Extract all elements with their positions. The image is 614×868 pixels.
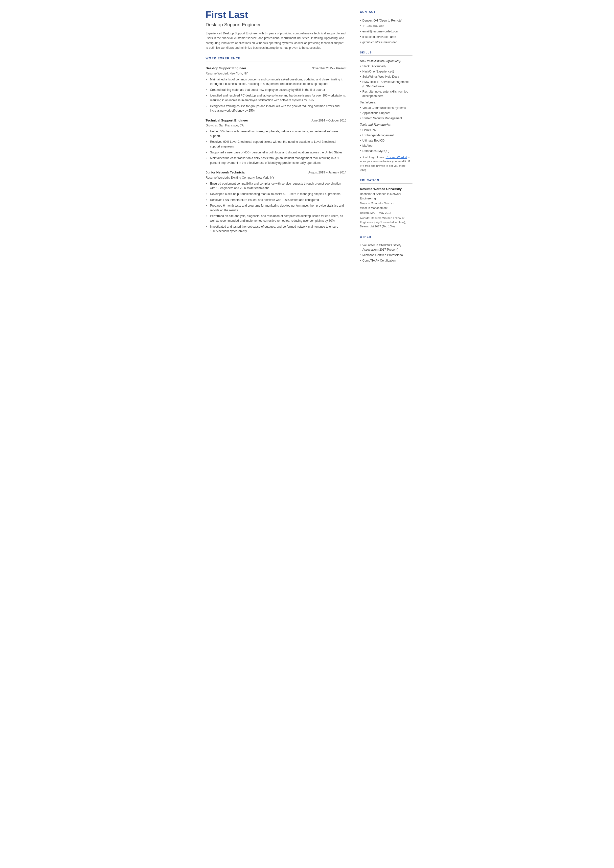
job-2-bullet-3: Supported a user base of 400+ personnel … bbox=[206, 150, 346, 155]
education-header: EDUCATION bbox=[360, 178, 412, 183]
job-2-dates: June 2014 – October 2015 bbox=[311, 118, 346, 123]
job-3-header: Junior Network Technician August 2019 – … bbox=[206, 170, 346, 175]
job-3-bullet-3: Resolved LAN infrastructure issues, and … bbox=[206, 198, 346, 202]
job-1-bullets: Maintained a list of common concerns and… bbox=[206, 77, 346, 113]
job-1-title: Desktop Support Engineer bbox=[206, 66, 246, 71]
contact-github: github.com/resumeworded bbox=[360, 40, 412, 45]
skill-3-2: Exchange Management bbox=[360, 133, 412, 138]
work-experience-header: WORK EXPERIENCE bbox=[206, 56, 346, 62]
edu-school: Resume Worded University bbox=[360, 186, 412, 191]
contact-header: CONTACT bbox=[360, 10, 412, 16]
job-3-bullet-6: Investigated and tested the root cause o… bbox=[206, 224, 346, 234]
job-1-bullet-2: Created training materials that boost ne… bbox=[206, 88, 346, 92]
job-3-bullet-1: Ensured equipment compatibility and comp… bbox=[206, 182, 346, 191]
other-item-2: Microsoft Certified Professional bbox=[360, 253, 412, 257]
job-2-bullet-2: Resolved 90% Level 2 technical support t… bbox=[206, 140, 346, 149]
other-item-1: Volunteer in Children's Safety Associati… bbox=[360, 243, 412, 252]
promo-link[interactable]: Resume Worded bbox=[386, 156, 407, 158]
skill-3-1: Linux/Unix bbox=[360, 128, 412, 132]
skill-3-3: Ultimate BootCD bbox=[360, 138, 412, 143]
other-section: OTHER Volunteer in Children's Safety Ass… bbox=[360, 235, 412, 263]
skill-1-3: SolarWinds Web Help Desk bbox=[360, 75, 412, 79]
skills-cat-3-label: Tools and Frameworks: bbox=[360, 123, 412, 127]
job-2-header: Technical Support Engineer June 2014 – O… bbox=[206, 118, 346, 123]
other-item-3: CompTIA A+ Certification bbox=[360, 258, 412, 263]
job-3-bullet-5: Performed on-site analysis, diagnosis, a… bbox=[206, 214, 346, 223]
edu-awards: Awards: Resume Worded Fellow of Engineer… bbox=[360, 216, 412, 229]
other-header: OTHER bbox=[360, 235, 412, 240]
contact-section: CONTACT Denver, OH (Open to Remote) +1-2… bbox=[360, 10, 412, 45]
candidate-title: Desktop Support Engineer bbox=[206, 21, 346, 28]
job-3: Junior Network Technician August 2019 – … bbox=[206, 170, 346, 233]
job-3-company: Resume Worded's Exciting Company, New Yo… bbox=[206, 175, 346, 180]
job-1-header: Desktop Support Engineer November 2015 –… bbox=[206, 66, 346, 71]
job-3-title: Junior Network Technician bbox=[206, 170, 247, 175]
job-3-bullet-2: Developed a self-help troubleshooting ma… bbox=[206, 192, 346, 196]
job-3-dates: August 2019 – January 2014 bbox=[309, 170, 346, 175]
job-3-bullet-4: Prepared 6-month tests and programs for … bbox=[206, 203, 346, 213]
job-2-title: Technical Support Engineer bbox=[206, 118, 248, 123]
contact-location: Denver, OH (Open to Remote) bbox=[360, 18, 412, 23]
skills-header: SKILLS bbox=[360, 50, 412, 56]
skills-section: SKILLS Data Visualization/Engineering: S… bbox=[360, 50, 412, 172]
skill-1-1: Slack (Advanced) bbox=[360, 64, 412, 68]
skill-3-4: McAfee bbox=[360, 143, 412, 148]
edu-major: Major in Computer Science bbox=[360, 201, 412, 205]
skill-2-2: Applications Support bbox=[360, 111, 412, 115]
job-2-bullet-1: Helped 50 clients with general hardware,… bbox=[206, 129, 346, 138]
candidate-name: First Last bbox=[206, 10, 346, 20]
job-2-bullet-4: Maintained the case tracker on a daily b… bbox=[206, 156, 346, 165]
summary-text: Experienced Desktop Support Engineer wit… bbox=[206, 31, 346, 50]
job-3-bullets: Ensured equipment compatibility and comp… bbox=[206, 182, 346, 234]
left-column: First Last Desktop Support Engineer Expe… bbox=[196, 0, 354, 279]
right-column: CONTACT Denver, OH (Open to Remote) +1-2… bbox=[354, 0, 419, 279]
contact-phone: +1-234-456-789 bbox=[360, 24, 412, 28]
job-1-dates: November 2015 – Present bbox=[312, 66, 346, 70]
contact-email: email@resumeworded.com bbox=[360, 29, 412, 34]
contact-linkedin: linkedin.com/in/username bbox=[360, 35, 412, 39]
job-1-bullet-3: identified and resolved PC desktop and l… bbox=[206, 93, 346, 102]
skills-cat-2-label: Techniques: bbox=[360, 100, 412, 105]
education-section: EDUCATION Resume Worded University Bache… bbox=[360, 178, 412, 229]
skill-1-2: NinjaOne (Experienced) bbox=[360, 69, 412, 74]
skill-2-1: Virtual Communications Systems bbox=[360, 106, 412, 110]
skill-3-5: Databases (MySQL) bbox=[360, 149, 412, 153]
resume-page: First Last Desktop Support Engineer Expe… bbox=[196, 0, 419, 279]
skill-2-3: System Security Management bbox=[360, 116, 412, 121]
job-1: Desktop Support Engineer November 2015 –… bbox=[206, 66, 346, 113]
skill-1-5: Recruiter note: enter skills from job de… bbox=[360, 89, 412, 98]
job-1-bullet-4: Designed a training course for groups an… bbox=[206, 104, 346, 113]
edu-minor: Minor in Management bbox=[360, 206, 412, 210]
job-1-company: Resume Worded, New York, NY bbox=[206, 71, 346, 76]
skill-1-4: BMC Helix IT Service Management (ITSM) S… bbox=[360, 80, 412, 89]
job-1-bullet-1: Maintained a list of common concerns and… bbox=[206, 77, 346, 86]
job-2-bullets: Helped 50 clients with general hardware,… bbox=[206, 129, 346, 165]
promo-note: • Don't forget to use Resume Worded to s… bbox=[360, 155, 412, 172]
edu-location-date: Boston, MA — May 2018 bbox=[360, 211, 412, 215]
skills-cat-1-label: Data Visualization/Engineering: bbox=[360, 59, 412, 63]
job-2-company: Growthsi, San Francisco, CA bbox=[206, 123, 346, 128]
job-2: Technical Support Engineer June 2014 – O… bbox=[206, 118, 346, 165]
edu-degree: Bachelor of Science in Network Engineeri… bbox=[360, 192, 412, 201]
